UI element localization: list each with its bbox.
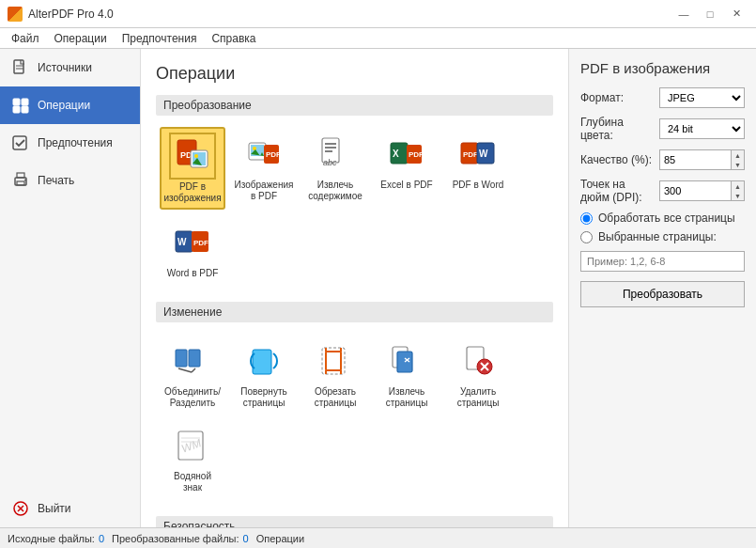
op-excel-to-pdf[interactable]: X PDF Excel в PDF <box>374 127 440 210</box>
quality-label: Качество (%): <box>580 153 656 166</box>
svg-rect-44 <box>176 350 187 367</box>
menu-help[interactable]: Справка <box>204 30 263 47</box>
menu-preferences[interactable]: Предпочтения <box>115 30 205 47</box>
maximize-button[interactable]: □ <box>698 5 722 23</box>
dpi-down[interactable]: ▼ <box>731 191 744 200</box>
dpi-up[interactable]: ▲ <box>731 181 744 191</box>
op-crop[interactable]: Обрезать страницы <box>302 334 368 413</box>
op-merge-split[interactable]: Объединить/Разделить <box>160 334 225 413</box>
svg-point-11 <box>24 180 26 181</box>
svg-rect-7 <box>13 136 26 149</box>
op-label-word-to-pdf: Word в PDF <box>167 268 219 279</box>
svg-text:W: W <box>479 149 488 159</box>
op-rotate[interactable]: Повернуть страницы <box>231 334 297 413</box>
sidebar-item-preferences[interactable]: Предпочтения <box>0 124 140 162</box>
right-panel: PDF в изображения Формат: JPEG PNG BMP T… <box>568 49 756 527</box>
op-watermark[interactable]: WM Водяной знак <box>160 418 225 497</box>
exit-icon <box>11 499 30 518</box>
sidebar-label-preferences: Предпочтения <box>38 136 113 149</box>
op-label-rotate: Повернуть страницы <box>235 386 293 409</box>
section-modify: Изменение Объединить/Разделить <box>156 302 553 501</box>
extract-content-icon: abc <box>312 131 359 178</box>
rotate-icon <box>240 337 287 384</box>
excel-to-pdf-icon: X PDF <box>383 131 430 178</box>
depth-select[interactable]: 8 bit 16 bit 24 bit 32 bit <box>659 118 745 139</box>
svg-rect-6 <box>22 106 28 113</box>
op-word-to-pdf[interactable]: W PDF Word в PDF <box>160 215 225 283</box>
op-label-pdf-to-word: PDF в Word <box>453 180 504 191</box>
svg-point-19 <box>194 154 198 158</box>
quality-down[interactable]: ▼ <box>731 160 744 169</box>
sidebar-item-exit[interactable]: Выйти <box>0 490 140 527</box>
ops-grid-transform: PDF PDF в изображения <box>156 123 553 287</box>
pages-input[interactable] <box>580 251 745 272</box>
app-icon <box>8 7 23 22</box>
minimize-button[interactable]: — <box>671 5 696 23</box>
word-to-pdf-icon: W PDF <box>169 219 216 266</box>
svg-text:X: X <box>393 149 399 159</box>
op-delete-pages[interactable]: Удалить страницы <box>445 334 511 413</box>
statusbar: Исходные файлы: 0 Преобразованные файлы:… <box>0 527 756 548</box>
check-icon <box>11 133 30 152</box>
svg-rect-50 <box>326 352 341 370</box>
op-extract-pages[interactable]: Извлечь страницы <box>374 334 440 413</box>
radio-selected-label[interactable]: Выбранные страницы: <box>598 230 717 243</box>
panel-title: PDF в изображения <box>580 60 745 76</box>
op-label-extract-pages: Извлечь страницы <box>378 386 436 409</box>
dpi-spinner: ▲ ▼ <box>659 180 745 201</box>
converted-files-value: 0 <box>243 533 249 544</box>
dpi-spinner-btns: ▲ ▼ <box>731 181 744 200</box>
quality-spinner: ▲ ▼ <box>659 149 745 170</box>
depth-label: Глубина цвета: <box>580 116 656 142</box>
app-title: AlterPDF Pro 4.0 <box>28 8 114 21</box>
op-pdf-to-word[interactable]: PDF W PDF в Word <box>445 127 511 210</box>
converted-files-item: Преобразованные файлы: 0 <box>112 533 249 544</box>
svg-text:PDF: PDF <box>409 150 424 159</box>
op-img-to-pdf[interactable]: PDF Изображения в PDF <box>231 127 297 210</box>
section-security: Безопасность Зашифровать <box>156 516 553 527</box>
menu-file[interactable]: Файл <box>4 30 47 47</box>
ops-icon <box>11 96 30 115</box>
sidebar-label-print: Печать <box>38 174 74 187</box>
dpi-row: Точек на дюйм (DPI): ▲ ▼ <box>580 178 745 204</box>
sidebar-item-sources[interactable]: Источники <box>0 49 140 86</box>
format-select[interactable]: JPEG PNG BMP TIFF <box>659 87 745 108</box>
sidebar-item-print[interactable]: Печать <box>0 162 140 199</box>
section-transform: Преобразование PDF PDF в изображения <box>156 95 553 287</box>
quality-input[interactable] <box>664 154 740 165</box>
op-label-extract-content: Извлечь содержимое <box>306 180 364 202</box>
menu-operations[interactable]: Операции <box>47 30 115 47</box>
radio-all-pages[interactable] <box>580 212 593 225</box>
svg-point-23 <box>253 147 256 150</box>
op-label-excel-to-pdf: Excel в PDF <box>380 180 432 191</box>
radio-selected-row: Выбранные страницы: <box>580 230 745 243</box>
quality-spinner-btns: ▲ ▼ <box>731 150 744 169</box>
close-button[interactable]: ✕ <box>724 5 748 23</box>
op-label-watermark: Водяной знак <box>163 471 222 493</box>
radio-all-label[interactable]: Обработать все страницы <box>598 211 735 225</box>
titlebar-left: AlterPDF Pro 4.0 <box>8 7 114 22</box>
converted-files-label: Преобразованные файлы: <box>112 533 239 544</box>
sidebar-label-exit: Выйти <box>38 502 71 515</box>
crop-icon <box>312 337 359 384</box>
op-label-delete-pages: Удалить страницы <box>449 386 507 409</box>
op-pdf-to-img[interactable]: PDF PDF в изображения <box>160 127 225 210</box>
radio-group: Обработать все страницы Выбранные страни… <box>580 211 745 243</box>
merge-split-icon <box>169 337 216 384</box>
dpi-input[interactable] <box>664 185 740 196</box>
page-title: Операции <box>156 64 553 84</box>
pdf-to-img-icon: PDF <box>169 133 216 180</box>
sidebar-item-operations[interactable]: Операции <box>0 86 140 124</box>
radio-selected-pages[interactable] <box>580 231 593 243</box>
extract-pages-icon <box>383 337 430 384</box>
quality-row: Качество (%): ▲ ▼ <box>580 149 745 170</box>
op-label-img-to-pdf: Изображения в PDF <box>235 180 294 202</box>
svg-rect-0 <box>14 60 23 73</box>
sidebar-label-operations: Операции <box>38 99 90 112</box>
convert-button[interactable]: Преобразовать <box>580 281 745 307</box>
svg-line-46 <box>178 368 192 372</box>
sidebar-label-sources: Источники <box>38 61 92 74</box>
op-extract-content[interactable]: abc Извлечь содержимое <box>302 127 368 210</box>
source-files-label: Исходные файлы: <box>8 533 95 544</box>
quality-up[interactable]: ▲ <box>731 150 744 160</box>
